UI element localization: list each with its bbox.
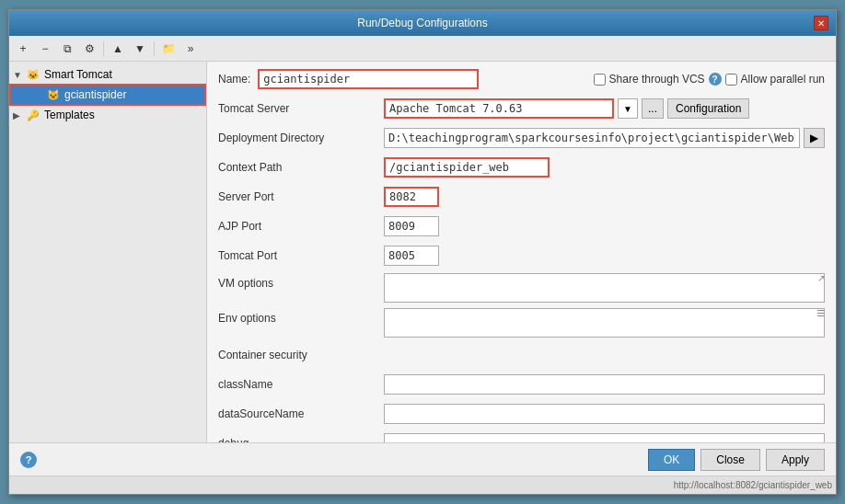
server-port-label: Server Port <box>218 190 384 203</box>
tree-item-smart-tomcat[interactable]: ▼ 🐱 Smart Tomcat <box>9 65 206 84</box>
deployment-dir-label: Deployment Directory <box>218 132 384 144</box>
tomcat-server-label: Tomcat Server <box>218 102 384 115</box>
dialog-title: Run/Debug Configurations <box>31 17 814 29</box>
name-label: Name: <box>218 73 250 86</box>
templates-icon: 🔑 <box>26 108 41 122</box>
allow-parallel-text: Allow parallel run <box>741 73 825 86</box>
move-up-button[interactable]: ▲ <box>108 39 128 59</box>
tomcat-server-control: ▼ ... Configuration <box>384 98 825 119</box>
env-options-row: Env options ☰ <box>218 308 825 338</box>
share-vcs-label[interactable]: Share through VCS <box>594 73 705 86</box>
tree-item-templates[interactable]: ▶ 🔑 Templates <box>9 106 206 124</box>
folder-button[interactable]: 📁 <box>158 39 179 59</box>
ajp-port-label: AJP Port <box>218 220 384 233</box>
title-controls: ✕ <box>814 16 828 30</box>
allow-parallel-checkbox[interactable] <box>725 74 737 86</box>
footer: ? OK Close Apply <box>9 442 836 475</box>
context-path-control <box>384 157 825 178</box>
datasourcename-input[interactable] <box>384 404 825 424</box>
share-vcs-text: Share through VCS <box>609 73 705 86</box>
name-row: Name: Share through VCS ? Allow parallel… <box>218 69 825 89</box>
share-vcs-checkbox[interactable] <box>594 74 606 86</box>
footer-buttons: OK Close Apply <box>648 449 825 471</box>
copy-config-button[interactable]: ⧉ <box>57 39 77 59</box>
tree-item-gciantispider[interactable]: 🐱 gciantispider <box>9 84 206 106</box>
tree-label-templates: Templates <box>44 109 95 121</box>
toolbar-separator-2 <box>154 41 155 56</box>
tomcat-server-row: Tomcat Server ▼ ... Configuration <box>218 97 825 120</box>
close-config-button[interactable]: Close <box>700 449 760 471</box>
footer-help-icon[interactable]: ? <box>20 452 37 468</box>
more-button[interactable]: » <box>180 39 201 59</box>
ajp-port-control <box>384 216 825 236</box>
tomcat-server-config[interactable]: Configuration <box>667 98 749 119</box>
server-port-row: Server Port <box>218 185 825 209</box>
status-bar: http://localhost:8082/gciantispider_web <box>9 475 836 494</box>
tomcat-port-row: Tomcat Port <box>218 244 825 268</box>
tomcat-port-control <box>384 246 825 266</box>
tree-label-smart-tomcat: Smart Tomcat <box>44 68 112 81</box>
close-button[interactable]: ✕ <box>814 16 828 30</box>
tomcat-server-dropdown[interactable]: ▼ <box>618 98 638 119</box>
context-path-row: Context Path <box>218 155 825 179</box>
ajp-port-row: AJP Port <box>218 214 825 238</box>
ok-button[interactable]: OK <box>648 449 695 471</box>
vm-options-label: VM options <box>218 277 384 290</box>
deployment-dir-browse[interactable]: ▶ <box>804 128 825 148</box>
datasourcename-label: dataSourceName <box>218 407 384 420</box>
apply-button[interactable]: Apply <box>766 449 825 471</box>
allow-parallel-label[interactable]: Allow parallel run <box>725 73 825 86</box>
env-options-scroll-icon: ☰ <box>816 308 825 318</box>
datasourcename-row: dataSourceName <box>218 402 825 426</box>
env-options-input[interactable] <box>384 308 825 338</box>
debug-input[interactable] <box>384 433 825 442</box>
run-debug-dialog: Run/Debug Configurations ✕ + − ⧉ ⚙ ▲ ▼ 📁… <box>8 9 837 495</box>
remove-config-button[interactable]: − <box>35 39 55 59</box>
toolbar: + − ⧉ ⚙ ▲ ▼ 📁 » <box>9 36 836 62</box>
tree-arrow-templates: ▶ <box>13 110 24 120</box>
move-down-button[interactable]: ▼ <box>130 39 150 59</box>
debug-label: debug <box>218 437 384 442</box>
classname-row: className <box>218 372 825 396</box>
deployment-dir-row: Deployment Directory ▶ <box>218 126 825 150</box>
vcs-section: Share through VCS ? Allow parallel run <box>594 73 825 86</box>
debug-row: debug <box>218 431 825 442</box>
deployment-dir-input[interactable] <box>384 128 800 148</box>
vm-options-expand-icon[interactable]: ↗ <box>817 273 825 283</box>
ajp-port-input[interactable] <box>384 216 439 236</box>
server-port-input[interactable] <box>384 187 439 207</box>
settings-button[interactable]: ⚙ <box>79 39 99 59</box>
toolbar-separator <box>103 41 104 56</box>
smart-tomcat-icon: 🐱 <box>26 67 41 82</box>
tomcat-server-browse[interactable]: ... <box>642 98 664 119</box>
right-panel: Name: Share through VCS ? Allow parallel… <box>207 62 836 442</box>
env-options-control: ☰ <box>384 308 825 338</box>
env-options-label: Env options <box>218 312 384 325</box>
config-icon: 🐱 <box>46 87 61 102</box>
title-bar: Run/Debug Configurations ✕ <box>9 10 836 36</box>
container-security-row: Container security <box>218 343 825 367</box>
status-text: http://localhost:8082/gciantispider_web <box>674 480 832 490</box>
classname-input[interactable] <box>384 374 825 395</box>
tree-arrow-smart-tomcat: ▼ <box>13 70 24 80</box>
classname-control <box>384 374 825 395</box>
add-config-button[interactable]: + <box>13 39 33 59</box>
tomcat-port-input[interactable] <box>384 246 439 266</box>
main-content: ▼ 🐱 Smart Tomcat 🐱 gciantispider ▶ 🔑 Tem… <box>9 62 836 442</box>
deployment-dir-control: ▶ <box>384 128 825 148</box>
debug-control <box>384 433 825 442</box>
tree-label-gciantispider: gciantispider <box>64 88 126 101</box>
share-help-icon[interactable]: ? <box>709 73 722 86</box>
vm-options-input[interactable] <box>384 273 825 303</box>
left-panel: ▼ 🐱 Smart Tomcat 🐱 gciantispider ▶ 🔑 Tem… <box>9 62 207 442</box>
name-input[interactable] <box>258 69 479 89</box>
container-security-label: Container security <box>218 349 384 361</box>
context-path-label: Context Path <box>218 161 384 174</box>
tomcat-server-input[interactable] <box>384 98 614 119</box>
server-port-control <box>384 187 825 207</box>
datasourcename-control <box>384 404 825 424</box>
vm-options-row: VM options ↗ <box>218 273 825 303</box>
context-path-input[interactable] <box>384 157 550 178</box>
tomcat-port-label: Tomcat Port <box>218 249 384 262</box>
classname-label: className <box>218 378 384 391</box>
